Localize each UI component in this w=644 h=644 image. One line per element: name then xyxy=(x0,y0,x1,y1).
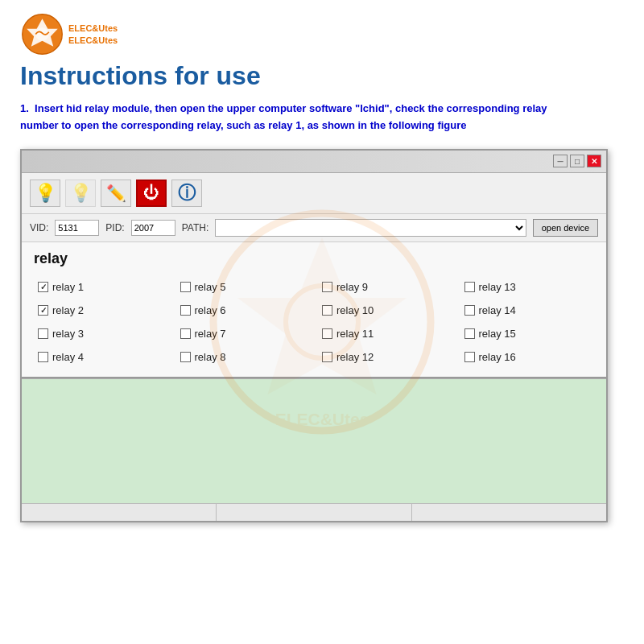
relay-checkbox-8[interactable] xyxy=(180,352,191,362)
logo-area: ELEC&Utes ELEC&Utes xyxy=(20,12,624,56)
pid-label: PID: xyxy=(105,222,124,233)
relay-label-10: relay 10 xyxy=(336,304,374,316)
relay-checkbox-15[interactable] xyxy=(464,328,475,339)
relay-checkbox-10[interactable] xyxy=(322,305,332,316)
relay-label-6: relay 6 xyxy=(195,304,226,316)
info-button[interactable]: ⓘ xyxy=(171,180,202,207)
relay-item-8: relay 8 xyxy=(172,345,315,369)
maximize-button[interactable]: □ xyxy=(570,155,584,167)
relay-item-3: relay 3 xyxy=(30,322,172,345)
relay-item-7: relay 7 xyxy=(172,322,315,345)
logo-icon xyxy=(20,12,64,56)
relay-label-16: relay 16 xyxy=(479,351,516,363)
lightning-button[interactable]: ✏️ xyxy=(101,180,131,207)
brand-name: ELEC&Utes xyxy=(68,23,118,34)
instruction-body: Insert hid relay module, then open the u… xyxy=(20,102,547,131)
status-bar xyxy=(22,503,606,521)
relay-checkbox-1[interactable] xyxy=(38,282,48,292)
path-label: PATH: xyxy=(182,222,209,233)
relay-label-5: relay 5 xyxy=(195,281,226,293)
relay-checkbox-3[interactable] xyxy=(38,328,48,339)
relay-grid: relay 1relay 5relay 9relay 13relay 2rela… xyxy=(30,275,598,369)
pid-input[interactable] xyxy=(131,220,175,236)
relay-item-6: relay 6 xyxy=(172,299,315,322)
relay-item-15: relay 15 xyxy=(456,322,599,345)
relay-label-8: relay 8 xyxy=(195,351,226,363)
status-segment-2 xyxy=(217,504,411,521)
relay-section-title: relay xyxy=(30,250,598,267)
bulb-off-button[interactable]: 💡 xyxy=(65,180,96,207)
status-segment-3 xyxy=(412,504,606,521)
instruction-text: 1. Insert hid relay module, then open th… xyxy=(20,101,584,134)
relay-label-1: relay 1 xyxy=(52,281,84,293)
instruction-number: 1. xyxy=(20,102,29,114)
relay-item-1: relay 1 xyxy=(30,275,172,299)
minimize-button[interactable]: ─ xyxy=(553,155,568,167)
relay-checkbox-2[interactable] xyxy=(38,305,48,316)
output-area xyxy=(22,378,606,503)
relay-checkbox-7[interactable] xyxy=(180,328,191,339)
main-area: relay relay 1relay 5relay 9relay 13relay… xyxy=(22,242,606,378)
open-device-button[interactable]: open device xyxy=(533,219,598,237)
title-bar: ─ □ ✕ xyxy=(22,151,606,173)
relay-item-10: relay 10 xyxy=(314,299,456,322)
vid-label: VID: xyxy=(30,222,48,233)
relay-label-2: relay 2 xyxy=(52,304,84,316)
relay-label-11: relay 11 xyxy=(336,328,374,340)
relay-item-2: relay 2 xyxy=(30,299,172,322)
bulb-on-button[interactable]: 💡 xyxy=(30,180,60,207)
relay-checkbox-11[interactable] xyxy=(322,328,332,339)
relay-checkbox-4[interactable] xyxy=(38,352,48,362)
relay-label-15: relay 15 xyxy=(479,328,516,340)
toolbar: 💡 💡 ✏️ ⏻ ⓘ xyxy=(22,173,606,214)
dialog-window: ─ □ ✕ 💡 💡 ✏️ ⏻ ⓘ VID: xyxy=(20,149,608,522)
relay-label-4: relay 4 xyxy=(52,351,84,363)
relay-item-9: relay 9 xyxy=(314,275,456,299)
relay-label-13: relay 13 xyxy=(479,281,516,293)
path-dropdown[interactable] xyxy=(215,219,526,237)
relay-label-12: relay 12 xyxy=(336,351,374,363)
relay-item-13: relay 13 xyxy=(456,275,599,299)
relay-label-7: relay 7 xyxy=(195,328,226,340)
title-bar-buttons: ─ □ ✕ xyxy=(553,155,601,167)
relay-item-16: relay 16 xyxy=(456,345,599,369)
relay-label-3: relay 3 xyxy=(52,328,84,340)
relay-checkbox-9[interactable] xyxy=(322,282,332,292)
brand-tagline: ELEC&Utes xyxy=(68,35,118,46)
relay-label-14: relay 14 xyxy=(479,304,516,316)
relay-checkbox-12[interactable] xyxy=(322,352,332,362)
power-button[interactable]: ⏻ xyxy=(136,180,167,207)
relay-checkbox-6[interactable] xyxy=(180,305,191,316)
relay-checkbox-16[interactable] xyxy=(464,352,475,362)
relay-checkbox-14[interactable] xyxy=(464,305,475,316)
relay-item-14: relay 14 xyxy=(456,299,599,322)
relay-checkbox-5[interactable] xyxy=(180,282,191,292)
relay-checkbox-13[interactable] xyxy=(464,282,475,292)
status-segment-1 xyxy=(22,504,217,521)
relay-item-4: relay 4 xyxy=(30,345,172,369)
close-button[interactable]: ✕ xyxy=(587,155,601,167)
relay-item-12: relay 12 xyxy=(314,345,456,369)
relay-label-9: relay 9 xyxy=(336,281,368,293)
relay-item-11: relay 11 xyxy=(314,322,456,345)
page-title: Instructions for use xyxy=(20,60,624,91)
vid-input[interactable] xyxy=(55,220,99,236)
relay-item-5: relay 5 xyxy=(172,275,315,299)
device-row: VID: PID: PATH: open device xyxy=(22,214,606,242)
